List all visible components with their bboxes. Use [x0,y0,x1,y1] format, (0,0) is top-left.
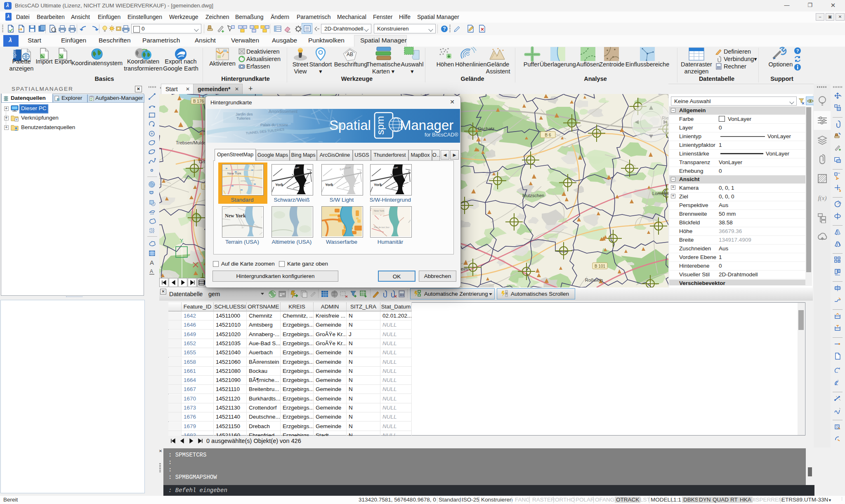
svg-text:Arrondissement: Arrondissement [269,109,297,114]
svg-text:Mutzschen: Mutzschen [522,193,544,198]
svg-text:?: ? [796,48,799,53]
svg-text:New York: New York [227,172,242,175]
svg-text:Manager: Manager [400,118,453,133]
svg-text:f(x): f(x) [818,195,827,202]
svg-text:A: A [150,259,154,266]
svg-text:?: ? [443,26,446,32]
svg-text:New York: New York [225,213,246,219]
svg-text:Jardin des: Jardin des [236,112,253,116]
svg-text:New York: New York [374,210,385,212]
svg-text:B 101: B 101 [595,264,606,268]
svg-text:Oschatz: Oschatz [478,126,494,131]
svg-text:B 6: B 6 [545,133,551,137]
svg-text:Y: Y [180,238,183,244]
svg-text:York: York [275,183,283,187]
svg-text:Plan de tout Jour: Plan de tout Jour [374,226,389,228]
svg-text:Trebsen/Mulde: Trebsen/Mulde [176,140,206,145]
svg-text:AB: AB [347,52,353,57]
svg-text:Palais du Louvre: Palais du Louvre [260,123,288,127]
svg-text:spm: spm [375,116,386,134]
svg-text:Spatial: Spatial [329,118,371,133]
svg-text:spm: spm [13,49,17,58]
svg-text:York: York [374,183,382,187]
svg-text:Tuileries: Tuileries [236,116,250,120]
svg-text:A: A [150,268,153,274]
svg-text:for BricsCAD®: for BricsCAD® [425,132,458,138]
svg-text:Lommatzsch: Lommatzsch [652,191,668,196]
svg-text:B 176: B 176 [193,99,204,104]
svg-text:Roßwein: Roßwein [585,278,603,283]
svg-text:York: York [325,183,333,187]
